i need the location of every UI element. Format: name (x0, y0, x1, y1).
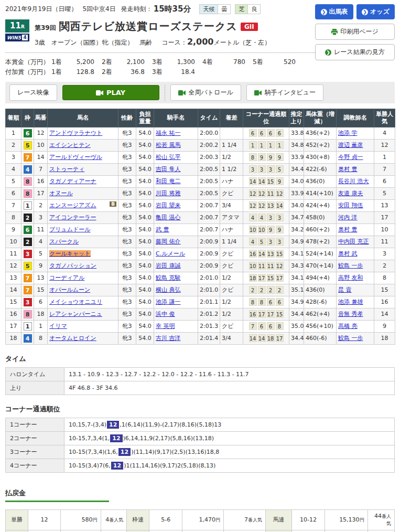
jockey-link[interactable]: 幸 英明 (156, 323, 175, 329)
jockey-link[interactable]: 池添 謙一 (156, 299, 181, 305)
jockey-link[interactable]: 岩田 望来 (156, 202, 181, 209)
jockey-link[interactable]: 岩田 康誠 (156, 262, 181, 269)
trainer-link[interactable]: 河内 洋 (338, 214, 358, 221)
trainer-link[interactable]: 昆 貢 (338, 286, 352, 293)
corner-positions: 101099 (243, 224, 289, 236)
corner-position: 4 (258, 214, 266, 221)
corner-position: 14 (249, 177, 257, 185)
trainer-link[interactable]: 友道 康夫 (338, 190, 363, 197)
jockey-cell: 池添 謙一 (154, 296, 198, 308)
horse-name-link[interactable]: コーディアル (49, 274, 84, 281)
horse-name-link[interactable]: タガノディアーナ (49, 178, 96, 185)
print-page-label: 印刷用ページ (340, 27, 379, 36)
frame-cell: 5 (21, 139, 34, 151)
table-row: 2コーナー10-15,7,3,4(1,12)6,14,11,9(2,17)(5,… (6, 431, 395, 445)
corner-position: 3 (276, 214, 284, 221)
trainer-link[interactable]: 安田 翔伍 (338, 202, 363, 209)
trainer-link[interactable]: 池添 兼雄 (338, 299, 363, 305)
weather-label: 天候 (200, 5, 218, 14)
horse-name-link[interactable]: オータムヒロイン (49, 335, 96, 342)
corner-order-text: )6,14,11,9(2,17)(5,8,16)(13,18) (123, 435, 214, 442)
sex-age: 牝3 (118, 236, 136, 248)
prize-amount: 128.8 (67, 67, 94, 77)
margin: 1/2 (220, 308, 243, 320)
how-to-read-button[interactable]: ❯ レース結果の見方 (315, 44, 395, 60)
horse-number: 13 (34, 272, 48, 284)
jockey-link[interactable]: 藤岡 佑介 (156, 238, 181, 245)
last-3f: 34.1 (289, 272, 304, 284)
horse-name-link[interactable]: オヌール (49, 190, 73, 197)
jockey-link[interactable]: 川田 将雅 (156, 190, 181, 197)
print-page-button[interactable]: 印刷用ページ (315, 24, 395, 40)
prize-place: 3着 (152, 57, 168, 67)
race-video-button[interactable]: レース映像 (9, 84, 57, 101)
blinker-badge: B (110, 201, 116, 207)
jockey-link[interactable]: 亀田 温心 (156, 214, 181, 221)
horse-name-link[interactable]: オパールムーン (49, 286, 90, 293)
horse-number: 5 (34, 248, 48, 260)
corner-position: 12 (276, 189, 284, 197)
table-row: 1259タガノパッション牝354.0岩田 康誠2:00.9クビ101111123… (6, 260, 395, 272)
horse-name-link[interactable]: タガノパッション (49, 262, 96, 269)
entry-table-button[interactable]: ❯ 出馬表 (315, 4, 353, 19)
corner-positions: 12121314 (243, 199, 289, 211)
trainer-link[interactable]: 奥村 豊 (338, 166, 358, 173)
horse-name-link[interactable]: イリマ (49, 323, 67, 329)
trainer-link[interactable]: 高野 友和 (338, 274, 363, 281)
trainer-link[interactable]: 音無 秀孝 (338, 311, 363, 317)
jockey-interview-button[interactable]: 騎手インタビュー (246, 84, 323, 101)
arrow-circle-icon: ❯ (325, 49, 331, 56)
horse-name-link[interactable]: エイシンヒテン (49, 142, 91, 148)
odds-button[interactable]: ❯ オッズ (356, 4, 395, 19)
trainer-link[interactable]: 池添 学 (338, 130, 358, 136)
finish-position: 13 (6, 272, 21, 284)
body-weight: 436(0) (304, 284, 337, 296)
trainer-link[interactable]: 長谷川 浩大 (338, 178, 369, 185)
win5-number: 4 (22, 35, 28, 40)
trainer-link[interactable]: 奥村 豊 (338, 226, 358, 233)
horse-name-link[interactable]: ストゥーティ (49, 166, 84, 173)
horse-name-link[interactable]: レアシャンパーニュ (49, 311, 102, 317)
trainer-link[interactable]: 今野 貞一 (338, 154, 363, 161)
time-row-value: 4F 46.8 - 3F 34.6 (64, 381, 395, 395)
jockey-link[interactable]: 福永 祐一 (156, 130, 181, 136)
frame-cell: 6 (21, 224, 34, 236)
horse-name-link[interactable]: クールキャット (49, 250, 91, 257)
play-button[interactable]: PLAY (62, 85, 159, 100)
jockey-link[interactable]: 古川 吉洋 (156, 335, 181, 342)
patrol-video-button[interactable]: 全周パトロール (170, 84, 241, 101)
trainer-link[interactable]: 髙橋 亮 (338, 323, 358, 329)
trainer-link[interactable]: 鮫島 一歩 (338, 335, 363, 342)
win-popularity: 1 (374, 151, 395, 163)
trainer-link[interactable]: 奥村 武 (338, 250, 358, 257)
last-3f: 34.0 (289, 175, 304, 187)
jockey-link[interactable]: 鮫島 克駿 (156, 274, 181, 281)
win-popularity: 16 (374, 296, 395, 308)
carried-weight: 54.0 (136, 236, 154, 248)
horse-name-link[interactable]: エンスージアズム (49, 202, 96, 209)
jockey-link[interactable]: 武 豊 (156, 226, 169, 233)
trainer-link[interactable]: 渡辺 薫彦 (338, 142, 363, 148)
win-popularity: 18 (374, 332, 395, 344)
jockey-link[interactable]: 松山 弘平 (156, 154, 181, 161)
trainer-link[interactable]: 鮫島 一歩 (338, 262, 363, 269)
margin (220, 127, 243, 139)
prize-amount: 520 (268, 57, 296, 67)
frame-cell: 3 (21, 296, 34, 308)
jockey-link[interactable]: 浜中 俊 (156, 311, 175, 317)
jockey-link[interactable]: 横山 典弘 (156, 286, 181, 293)
body-weight: 424(+4) (304, 199, 337, 211)
horse-name-link[interactable]: アンドヴァラナウト (49, 130, 102, 136)
corner-position: 12 (258, 201, 266, 209)
horse-name-link[interactable]: アイコンテーラー (49, 214, 96, 221)
jockey-link[interactable]: 和田 竜二 (156, 178, 181, 185)
horse-name-link[interactable]: アールドヴィーヴル (49, 154, 102, 161)
jockey-link[interactable]: C.ルメール (156, 250, 185, 257)
horse-name-link[interactable]: スパークル (49, 238, 79, 245)
jockey-link[interactable]: 松若 風馬 (156, 142, 181, 148)
horse-name-cell: タガノディアーナ (48, 175, 118, 187)
trainer-link[interactable]: 中内田 充正 (338, 238, 369, 245)
horse-name-link[interactable]: メイショウオニユリ (49, 299, 102, 305)
horse-name-link[interactable]: プリュムドール (49, 226, 91, 233)
jockey-link[interactable]: 吉田 隼人 (156, 166, 181, 173)
